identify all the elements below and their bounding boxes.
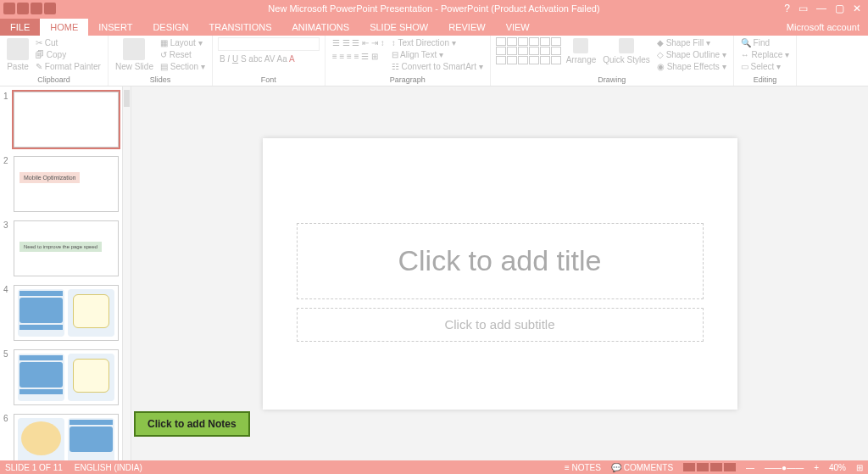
window-controls: ? ▭ — ▢ ✕ — [784, 3, 868, 14]
paste-button[interactable]: Paste — [5, 37, 31, 72]
slide-canvas: Click to add title Click to add subtitle — [131, 86, 868, 460]
paste-icon — [7, 38, 29, 60]
tab-view[interactable]: VIEW — [496, 19, 540, 36]
quick-styles-icon — [619, 38, 634, 53]
reset-button[interactable]: ↺ Reset — [159, 49, 207, 60]
maximize-icon[interactable]: ▢ — [835, 3, 844, 14]
qat-undo-icon[interactable] — [17, 3, 29, 14]
new-slide-button[interactable]: New Slide — [114, 37, 155, 72]
notes-callout[interactable]: Click to add Notes — [134, 411, 250, 437]
shape-fill-button[interactable]: ◆ Shape Fill ▾ — [655, 37, 728, 48]
select-button[interactable]: ▭ Select ▾ — [739, 61, 791, 72]
list-buttons[interactable]: ☰ ☰ ☰ ⇤ ⇥ ↕ — [331, 37, 387, 48]
shape-effects-button[interactable]: ◉ Shape Effects ▾ — [655, 61, 728, 72]
thumb-1[interactable] — [14, 92, 119, 148]
scrollbar-handle[interactable] — [124, 90, 130, 107]
qat-redo-icon[interactable] — [31, 3, 42, 14]
slides-label: Slides — [114, 75, 207, 86]
shapes-gallery[interactable] — [496, 37, 561, 64]
group-clipboard: Paste ✂ Cut 🗐 Copy ✎ Format Painter Clip… — [0, 36, 108, 86]
thumb-number: 4 — [3, 285, 10, 341]
group-editing: 🔍 Find ↔ Replace ▾ ▭ Select ▾ Editing — [734, 36, 797, 86]
section-button[interactable]: ▤ Section ▾ — [159, 61, 207, 72]
normal-view-icon[interactable] — [683, 463, 695, 471]
align-text-button[interactable]: ⊟ Align Text ▾ — [390, 49, 485, 60]
minimize-icon[interactable]: — — [816, 3, 826, 14]
ribbon-tabs: FILE HOME INSERT DESIGN TRANSITIONS ANIM… — [0, 17, 868, 36]
help-icon[interactable]: ? — [784, 3, 790, 14]
ribbon: Paste ✂ Cut 🗐 Copy ✎ Format Painter Clip… — [0, 36, 868, 86]
thumb-5[interactable] — [14, 349, 119, 405]
editing-label: Editing — [739, 75, 791, 86]
language-indicator[interactable]: ENGLISH (INDIA) — [75, 463, 142, 472]
tab-file[interactable]: FILE — [0, 19, 40, 36]
thumb-scrollbar[interactable] — [123, 86, 131, 460]
font-style-buttons[interactable]: B I U S abc AV Aa A — [218, 53, 320, 64]
slideshow-view-icon[interactable] — [724, 463, 736, 471]
thumb-2[interactable]: Mobile Optimization — [14, 156, 119, 212]
qat — [0, 3, 56, 14]
paragraph-label: Paragraph — [331, 75, 485, 86]
clipboard-label: Clipboard — [5, 75, 103, 86]
slide-counter[interactable]: SLIDE 1 OF 11 — [5, 463, 63, 472]
tab-review[interactable]: REVIEW — [438, 19, 495, 36]
main-area: 1 2Mobile Optimization 3Need to improve … — [0, 86, 868, 460]
font-selector[interactable] — [218, 37, 320, 51]
format-painter-button[interactable]: ✎ Format Painter — [34, 61, 103, 72]
replace-button[interactable]: ↔ Replace ▾ — [739, 49, 791, 60]
thumb-number: 1 — [3, 92, 10, 148]
arrange-button[interactable]: Arrange — [565, 37, 598, 65]
notes-toggle[interactable]: ≡ NOTES — [565, 463, 601, 472]
view-buttons[interactable] — [683, 463, 736, 471]
qat-save-icon[interactable] — [3, 3, 15, 14]
zoom-out-button[interactable]: — — [746, 463, 754, 472]
reading-view-icon[interactable] — [710, 463, 722, 471]
sorter-view-icon[interactable] — [697, 463, 709, 471]
copy-button[interactable]: 🗐 Copy — [34, 49, 103, 60]
fit-to-window-icon[interactable]: ⊞ — [856, 463, 863, 472]
convert-smartart-button[interactable]: ☷ Convert to SmartArt ▾ — [390, 61, 485, 72]
comments-toggle[interactable]: 💬 COMMENTS — [611, 463, 673, 472]
group-slides: New Slide ▦ Layout ▾ ↺ Reset ▤ Section ▾… — [108, 36, 213, 86]
title-bar: New Microsoft PowerPoint Presentation - … — [0, 0, 868, 17]
thumb-number: 6 — [3, 414, 10, 460]
group-drawing: Arrange Quick Styles ◆ Shape Fill ▾ ◇ Sh… — [491, 36, 734, 86]
shape-outline-button[interactable]: ◇ Shape Outline ▾ — [655, 49, 728, 60]
align-buttons[interactable]: ≡ ≡ ≡ ≡ ☰ ⊞ — [331, 51, 387, 62]
title-placeholder[interactable]: Click to add title — [297, 223, 704, 299]
quick-styles-button[interactable]: Quick Styles — [601, 37, 652, 65]
thumb-number: 2 — [3, 156, 10, 212]
account-label[interactable]: Microsoft account — [778, 19, 868, 36]
find-button[interactable]: 🔍 Find — [739, 37, 791, 48]
font-label: Font — [218, 75, 320, 86]
tab-home[interactable]: HOME — [40, 19, 88, 36]
thumb-6[interactable] — [14, 414, 119, 460]
group-font: B I U S abc AV Aa A Font — [213, 36, 326, 86]
zoom-slider[interactable]: ——●—— — [765, 463, 804, 472]
new-slide-icon — [123, 38, 145, 60]
subtitle-placeholder[interactable]: Click to add subtitle — [297, 308, 704, 342]
thumb-3[interactable]: Need to improve the page speed — [14, 220, 119, 276]
thumb-4[interactable] — [14, 285, 119, 341]
text-direction-button[interactable]: ↕ Text Direction ▾ — [390, 37, 485, 48]
group-paragraph: ☰ ☰ ☰ ⇤ ⇥ ↕ ≡ ≡ ≡ ≡ ☰ ⊞ ↕ Text Direction… — [326, 36, 491, 86]
slide-thumbnails[interactable]: 1 2Mobile Optimization 3Need to improve … — [0, 86, 123, 460]
zoom-level[interactable]: 40% — [829, 463, 846, 472]
current-slide: Click to add title Click to add subtitle — [263, 138, 737, 410]
layout-button[interactable]: ▦ Layout ▾ — [159, 37, 207, 48]
zoom-in-button[interactable]: + — [814, 463, 819, 472]
window-title: New Microsoft PowerPoint Presentation - … — [268, 3, 599, 14]
tab-animations[interactable]: ANIMATIONS — [282, 19, 360, 36]
tab-transitions[interactable]: TRANSITIONS — [199, 19, 282, 36]
cut-button[interactable]: ✂ Cut — [34, 37, 103, 48]
tab-slideshow[interactable]: SLIDE SHOW — [359, 19, 438, 36]
arrange-icon — [573, 38, 588, 53]
qat-start-icon[interactable] — [44, 3, 56, 14]
ribbon-options-icon[interactable]: ▭ — [798, 3, 808, 14]
status-bar: SLIDE 1 OF 11 ENGLISH (INDIA) ≡ NOTES 💬 … — [0, 460, 868, 474]
tab-insert[interactable]: INSERT — [88, 19, 142, 36]
close-icon[interactable]: ✕ — [853, 3, 861, 14]
thumb-number: 3 — [3, 220, 10, 276]
drawing-label: Drawing — [496, 75, 728, 86]
tab-design[interactable]: DESIGN — [142, 19, 198, 36]
